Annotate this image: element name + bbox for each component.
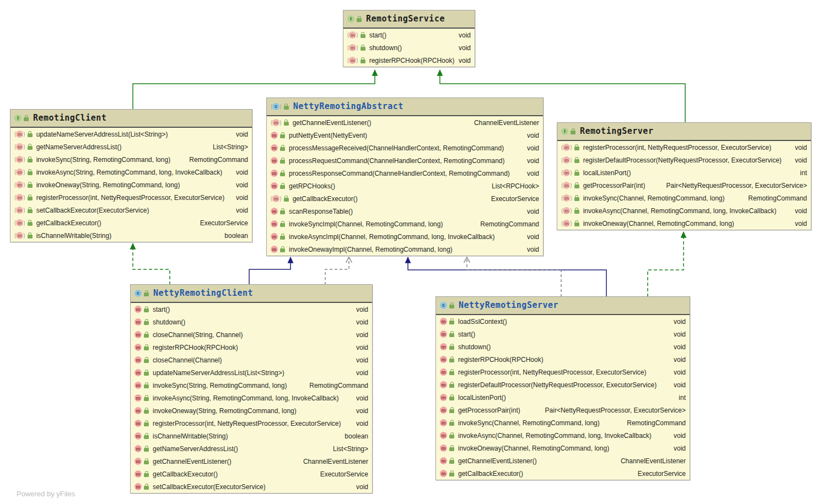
method-row[interactable]: mupdateNameServerAddressList(List<String…	[131, 366, 372, 379]
lock-icon	[28, 171, 33, 175]
method-row[interactable]: msetCallbackExecutor(ExecutorService)voi…	[10, 204, 252, 216]
method-row[interactable]: minvokeOneway(String, RemotingCommand, l…	[10, 178, 252, 191]
method-row[interactable]: mgetChannelEventListener()ChannelEventLi…	[131, 455, 372, 468]
class-box-RemotingClient[interactable]: IRemotingClientmupdateNameServerAddressL…	[10, 109, 252, 242]
method-row[interactable]: mgetCallbackExecutor()ExecutorService	[267, 192, 543, 205]
lock-icon	[144, 486, 149, 490]
method-row[interactable]: mstart()void	[131, 303, 372, 316]
class-header[interactable]: cNettyRemotingClient	[131, 285, 372, 303]
interface-glyph: I	[347, 15, 354, 23]
method-glyph: m	[271, 233, 278, 240]
method-row[interactable]: mlocalListenPort()int	[557, 166, 811, 179]
method-row[interactable]: minvokeAsync(Channel, RemotingCommand, l…	[436, 429, 690, 442]
method-row[interactable]: minvokeOneway(String, RemotingCommand, l…	[131, 404, 372, 417]
method-row[interactable]: mregisterDefaultProcessor(NettyRequestPr…	[436, 378, 690, 391]
method-icon: m	[271, 144, 278, 151]
method-return-type: void	[792, 156, 807, 164]
method-row[interactable]: mprocessMessageReceived(ChannelHandlerCo…	[267, 142, 543, 154]
class-header[interactable]: IRemotingServer	[557, 123, 811, 141]
method-row[interactable]: minvokeAsync(String, RemotingCommand, lo…	[10, 166, 252, 178]
method-row[interactable]: minvokeOnewayImpl(Channel, RemotingComma…	[267, 243, 543, 256]
method-name: invokeSync(Channel, RemotingCommand, lon…	[583, 194, 725, 202]
method-return-type: void	[671, 356, 686, 364]
method-return-type: void	[353, 331, 368, 339]
method-glyph: m	[563, 207, 570, 214]
method-name: shutdown()	[369, 44, 402, 52]
method-row[interactable]: mstart()void	[436, 328, 690, 340]
method-name: getNameServerAddressList()	[153, 445, 238, 453]
method-row[interactable]: minvokeSync(Channel, RemotingCommand, lo…	[557, 192, 811, 204]
method-row[interactable]: mcloseChannel(String, Channel)void	[131, 328, 372, 341]
method-row[interactable]: mregisterRPCHook(RPCHook)void	[436, 353, 690, 366]
class-header[interactable]: IRemotingClient	[10, 110, 252, 128]
method-row[interactable]: mregisterProcessor(int, NettyRequestProc…	[436, 366, 690, 378]
method-row[interactable]: mlocalListenPort()int	[436, 391, 690, 404]
method-row[interactable]: mregisterDefaultProcessor(NettyRequestPr…	[557, 154, 811, 166]
class-header[interactable]: cNettyRemotingAbstract	[267, 98, 543, 116]
method-glyph: m	[440, 330, 447, 338]
method-row[interactable]: mupdateNameServerAddressList(List<String…	[10, 128, 252, 140]
method-return-type: void	[792, 220, 807, 227]
class-box-NettyRemotingServer[interactable]: cNettyRemotingServermloadSslContext()voi…	[435, 296, 690, 480]
method-row[interactable]: misChannelWritable(String)boolean	[10, 229, 252, 242]
method-row[interactable]: msetCallbackExecutor(ExecutorService)voi…	[131, 480, 372, 493]
method-row[interactable]: minvokeAsync(Channel, RemotingCommand, l…	[557, 204, 811, 217]
method-row[interactable]: mgetProcessorPair(int)Pair<NettyRequestP…	[436, 404, 690, 416]
method-row[interactable]: mshutdown()void	[131, 316, 372, 328]
method-row[interactable]: mcloseChannel(Channel)void	[131, 354, 372, 366]
class-box-NettyRemotingClient[interactable]: cNettyRemotingClientmstart()voidmshutdow…	[130, 284, 373, 494]
method-row[interactable]: minvokeSync(String, RemotingCommand, lon…	[131, 379, 372, 392]
class-box-NettyRemotingAbstract[interactable]: cNettyRemotingAbstractmgetChannelEventLi…	[266, 97, 544, 256]
method-row[interactable]: minvokeOneway(Channel, RemotingCommand, …	[557, 217, 811, 230]
method-row[interactable]: mscanResponseTable()void	[267, 205, 543, 218]
class-box-RemotingServer[interactable]: IRemotingServermregisterProcessor(int, N…	[557, 122, 811, 230]
method-row[interactable]: mgetCallbackExecutor()ExecutorService	[436, 467, 690, 480]
method-return-type: void	[456, 57, 471, 64]
method-glyph: m	[440, 432, 447, 439]
method-row[interactable]: mregisterRPCHook(RPCHook)void	[131, 341, 372, 354]
method-row[interactable]: mloadSslContext()void	[436, 315, 690, 328]
method-row[interactable]: mgetChannelEventListener()ChannelEventLi…	[436, 454, 690, 467]
abstract-method-icon: m	[14, 156, 25, 163]
method-row[interactable]: mshutdown()void	[343, 41, 475, 54]
lock-icon	[28, 209, 33, 213]
class-header[interactable]: cNettyRemotingServer	[436, 297, 690, 315]
method-row[interactable]: mshutdown()void	[436, 340, 690, 353]
lock-icon	[280, 248, 285, 252]
method-row[interactable]: mprocessRequestCommand(ChannelHandlerCon…	[267, 154, 543, 167]
method-glyph: m	[271, 144, 278, 151]
method-row[interactable]: minvokeAsyncImpl(Channel, RemotingComman…	[267, 230, 543, 243]
method-glyph: m	[271, 246, 278, 253]
class-box-RemotingService[interactable]: IRemotingServicemstart()voidmshutdown()v…	[343, 10, 475, 67]
method-row[interactable]: mprocessResponseCommand(ChannelHandlerCo…	[267, 167, 543, 180]
method-row[interactable]: misChannelWritable(String)boolean	[131, 430, 372, 442]
method-row[interactable]: mregisterProcessor(int, NettyRequestProc…	[557, 141, 811, 154]
method-return-type: void	[524, 208, 539, 215]
method-row[interactable]: mgetProcessorPair(int)Pair<NettyRequestP…	[557, 179, 811, 192]
method-row[interactable]: mgetNameServerAddressList()List<String>	[10, 140, 252, 153]
lock-icon	[449, 333, 454, 337]
method-icon: m	[440, 457, 447, 464]
method-name: isChannelWritable(String)	[153, 432, 228, 440]
method-row[interactable]: mregisterProcessor(int, NettyRequestProc…	[10, 191, 252, 204]
method-glyph: m	[271, 182, 278, 189]
method-row[interactable]: mstart()void	[343, 29, 475, 41]
method-row[interactable]: minvokeSyncImpl(Channel, RemotingCommand…	[267, 218, 543, 230]
method-name: getNameServerAddressList()	[36, 143, 122, 151]
method-icon: m	[135, 356, 142, 364]
method-row[interactable]: mgetCallbackExecutor()ExecutorService	[131, 468, 372, 480]
method-row[interactable]: mputNettyEvent(NettyEvent)void	[267, 129, 543, 142]
method-row[interactable]: minvokeSync(String, RemotingCommand, lon…	[10, 153, 252, 166]
method-row[interactable]: mgetNameServerAddressList()List<String>	[131, 442, 372, 455]
method-row[interactable]: mregisterRPCHook(RPCHook)void	[343, 54, 475, 67]
method-row[interactable]: minvokeOneway(Channel, RemotingCommand, …	[436, 442, 690, 454]
method-row[interactable]: mregisterProcessor(int, NettyRequestProc…	[131, 417, 372, 430]
method-name: setCallbackExecutor(ExecutorService)	[36, 207, 149, 214]
method-name: invokeSync(Channel, RemotingCommand, lon…	[458, 419, 600, 427]
method-row[interactable]: mgetRPCHooks()List<RPCHook>	[267, 180, 543, 192]
class-header[interactable]: IRemotingService	[343, 10, 475, 29]
method-row[interactable]: minvokeAsync(String, RemotingCommand, lo…	[131, 392, 372, 404]
method-row[interactable]: mgetCallbackExecutor()ExecutorService	[10, 216, 252, 229]
method-row[interactable]: mgetChannelEventListener()ChannelEventLi…	[267, 116, 543, 129]
method-row[interactable]: minvokeSync(Channel, RemotingCommand, lo…	[436, 416, 690, 429]
